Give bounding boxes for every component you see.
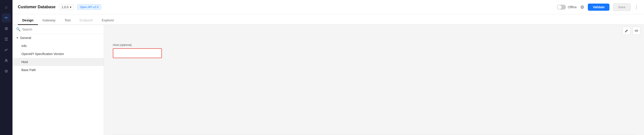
host-field-label: Host (optional)	[113, 43, 635, 47]
host-input-wrapper	[113, 48, 162, 58]
offline-label: Offline	[568, 5, 577, 9]
body: 🔍 ▼ General Info OpenAPI Specification V…	[12, 25, 644, 135]
panel-content: Host (optional)	[104, 36, 644, 130]
tab-endpoint: Endpoint	[75, 16, 97, 25]
chevron-down-icon: ▾	[70, 5, 71, 9]
nav-item-openapi-spec[interactable]: OpenAPI Specification Version	[12, 50, 104, 58]
code-view-button[interactable]	[632, 27, 640, 35]
search-icon: 🔍	[16, 27, 20, 31]
sidebar: ⌂ ✏ ⊞ ☰ ⚙	[0, 0, 12, 135]
collapse-arrow-icon: ▼	[16, 36, 19, 39]
left-panel: 🔍 ▼ General Info OpenAPI Specification V…	[12, 25, 104, 135]
nav-item-base-path[interactable]: Base Path	[12, 66, 104, 74]
host-input[interactable]	[113, 48, 162, 58]
save-button[interactable]: Save	[613, 3, 630, 11]
nav-group-general[interactable]: ▼ General	[12, 34, 104, 42]
search-bar: 🔍	[12, 25, 104, 34]
offline-control: Offline	[557, 5, 577, 9]
nav-item-host[interactable]: Host	[12, 58, 104, 66]
home-icon[interactable]: ⌂	[2, 3, 11, 11]
offline-toggle[interactable]	[557, 5, 566, 9]
more-options-icon[interactable]: ⋮	[634, 4, 639, 10]
settings-icon[interactable]: ⚙	[2, 67, 11, 76]
tab-gateway[interactable]: Gateway	[38, 16, 60, 25]
search-input[interactable]	[22, 28, 100, 31]
edit-view-button[interactable]	[622, 27, 630, 35]
version-select[interactable]: 1.0.0 ▾	[59, 4, 74, 10]
openapi-badge[interactable]: Open API v2.0	[78, 4, 101, 9]
tab-design[interactable]: Design	[18, 16, 38, 25]
doc-icon[interactable]: ☰	[2, 35, 11, 44]
nav-group-label: General	[20, 36, 31, 40]
chart-icon[interactable]	[2, 45, 11, 54]
version-value: 1.0.0	[62, 5, 68, 9]
page-title: Customer Database	[18, 5, 56, 9]
edit-icon[interactable]: ✏	[2, 13, 11, 22]
tab-bar: Design Gateway Test Endpoint Explorer	[12, 14, 644, 25]
right-panel: Host (optional)	[104, 25, 644, 135]
nav-section: ▼ General Info OpenAPI Specification Ver…	[12, 34, 104, 74]
tab-explorer[interactable]: Explorer	[97, 16, 119, 25]
users-icon[interactable]	[2, 56, 11, 65]
header: Customer Database 1.0.0 ▾ Open API v2.0 …	[12, 0, 644, 14]
gear-icon[interactable]: ⚙	[580, 4, 584, 10]
main-content: Customer Database 1.0.0 ▾ Open API v2.0 …	[12, 0, 644, 135]
svg-line-1	[636, 30, 637, 32]
tab-test[interactable]: Test	[60, 16, 75, 25]
panel-toolbar	[104, 25, 644, 36]
validate-button[interactable]: Validate	[588, 3, 610, 11]
svg-point-0	[6, 59, 7, 61]
grid-icon[interactable]: ⊞	[2, 24, 11, 33]
nav-item-info[interactable]: Info	[12, 42, 104, 50]
